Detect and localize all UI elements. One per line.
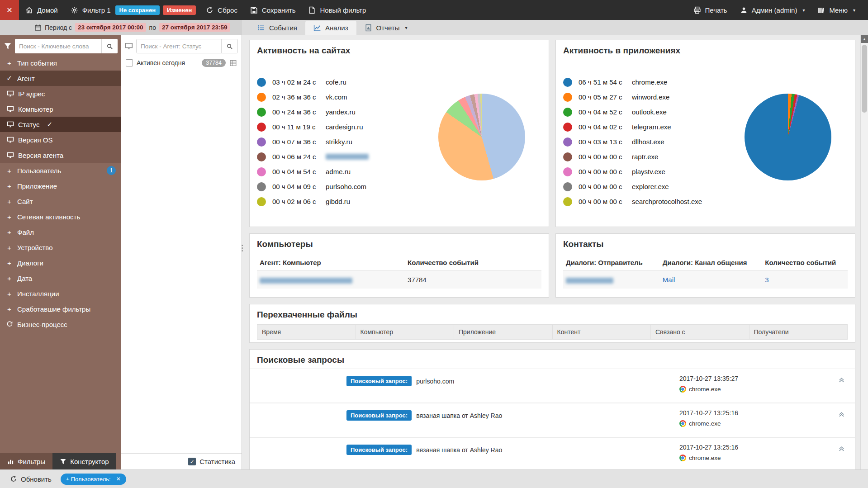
sidebar-item[interactable]: +Инсталляции	[0, 286, 121, 301]
sidebar-item[interactable]: Версия OS	[0, 132, 121, 147]
legend-item[interactable]: 03 ч 02 м 24 сcofe.ru	[257, 75, 541, 90]
tab-analysis[interactable]: Анализ	[305, 21, 356, 35]
sidebar-item[interactable]: +Сработавшие фильтры	[0, 301, 121, 317]
new-filter-button[interactable]: Новый фильтр	[302, 0, 372, 20]
sidebar-item[interactable]: Версия агента	[0, 147, 121, 163]
statistics-label: Статистика	[199, 458, 235, 465]
sidebar-item[interactable]: +Дата	[0, 270, 121, 286]
period-to-chip[interactable]: 27 октября 2017 23:59	[159, 23, 230, 32]
sidebar-item[interactable]: +Диалоги	[0, 255, 121, 270]
redacted-agent-link[interactable]	[260, 278, 352, 284]
expand-icon[interactable]: +	[5, 182, 13, 190]
sidebar-item[interactable]: +Файл	[0, 224, 121, 240]
legend-color-dot	[563, 108, 572, 117]
collapse-icon[interactable]	[838, 445, 845, 452]
tab-label: Анализ	[325, 24, 348, 32]
legend-duration: 00 ч 04 м 02 с	[579, 123, 632, 131]
expand-icon[interactable]: +	[5, 198, 13, 205]
active-today-checkbox[interactable]	[126, 59, 133, 66]
tab-reports[interactable]: Отчеты ▾	[356, 21, 416, 35]
period-from-chip[interactable]: 23 октября 2017 00:00	[75, 23, 146, 32]
save-label: Сохранить	[262, 6, 296, 14]
agent-status-search-input[interactable]	[137, 39, 221, 53]
channel-link[interactable]: Mail	[663, 276, 675, 284]
period-bar[interactable]: Период с 23 октября 2017 00:00 по 27 окт…	[0, 20, 242, 35]
chevron-down-icon: ▾	[853, 8, 855, 13]
expand-icon[interactable]: +	[5, 244, 13, 251]
collapse-icon[interactable]	[838, 376, 845, 383]
legend-color-dot	[257, 137, 266, 147]
home-button[interactable]: Домой	[19, 0, 64, 20]
user-filter-pill[interactable]: ± Пользователь: ✕	[61, 474, 126, 485]
expand-icon[interactable]: +	[5, 167, 13, 175]
events-count-link[interactable]: 3	[765, 276, 768, 284]
close-button[interactable]: ✕	[0, 0, 19, 20]
sidebar-item[interactable]: +Приложение	[0, 178, 121, 194]
sites-activity-card: Активность на сайтах 03 ч 02 м 24 сcofe.…	[249, 40, 549, 227]
search-button[interactable]	[101, 39, 118, 53]
print-label: Печать	[705, 6, 727, 14]
keyword-search-input[interactable]	[15, 39, 101, 53]
legend-item[interactable]: 00 ч 02 м 06 сgibdd.ru	[257, 194, 541, 209]
legend-label: playstv.exe	[632, 168, 665, 175]
sidebar-item[interactable]: +Устройство	[0, 240, 121, 255]
sidebar-item[interactable]: Статус✓	[0, 117, 121, 132]
sidebar-item[interactable]: +Сайт	[0, 194, 121, 209]
sidebar-item-label: Пользователь	[17, 167, 61, 175]
sidebar-item[interactable]: +Сетевая активность	[0, 209, 121, 224]
legend-label: strikky.ru	[326, 138, 352, 146]
sidebar-item[interactable]: Компьютер	[0, 101, 121, 117]
legend-label: explorer.exe	[632, 183, 669, 190]
collapse-icon[interactable]	[838, 411, 845, 417]
close-icon[interactable]: ✕	[116, 476, 121, 482]
expand-icon[interactable]: +	[5, 59, 13, 67]
funnel-icon	[4, 42, 12, 50]
splitter-handle[interactable]	[240, 240, 244, 256]
search-button[interactable]	[221, 39, 237, 53]
expand-icon[interactable]: +	[5, 228, 13, 236]
legend-item[interactable]: 00 ч 04 м 09 сpurlsoho.com	[257, 179, 541, 194]
files-table-header: Время Компьютер Приложение Контент Связа…	[257, 324, 848, 340]
admin-menu[interactable]: Админ (admin) ▾	[734, 0, 811, 20]
statistics-checkbox[interactable]: ✓	[188, 458, 196, 465]
sidebar-tab-filters[interactable]: Фильтры	[0, 453, 52, 469]
reset-label: Сброс	[218, 6, 237, 14]
expand-icon[interactable]: +	[5, 290, 13, 298]
sidebar-item[interactable]: +Пользователь1	[0, 163, 121, 178]
expand-icon[interactable]: +	[5, 213, 13, 221]
sidebar-item[interactable]: IP адрес	[0, 86, 121, 101]
reset-button[interactable]: Сброс	[199, 0, 244, 20]
save-button[interactable]: Сохранить	[244, 0, 302, 20]
filter-label: Фильтр 1	[82, 6, 111, 14]
apps-pie-chart[interactable]	[745, 94, 831, 180]
table-icon[interactable]	[229, 59, 237, 67]
sidebar-tab-constructor[interactable]: Конструктор	[52, 453, 116, 469]
computer-icon	[6, 121, 14, 128]
refresh-button[interactable]: Обновить	[10, 475, 52, 483]
expand-icon[interactable]: +	[5, 305, 13, 313]
legend-item[interactable]: 06 ч 51 м 54 сchrome.exe	[563, 75, 848, 90]
legend-color-dot	[563, 152, 572, 161]
legend-item[interactable]: 00 ч 00 м 00 сsearchprotocolhost.exe	[563, 194, 848, 209]
legend-duration: 03 ч 02 м 24 с	[272, 78, 326, 86]
redacted-sender-link[interactable]	[566, 278, 613, 284]
tab-events[interactable]: События	[249, 21, 305, 35]
expand-icon[interactable]: +	[5, 259, 13, 267]
sites-pie-chart[interactable]	[438, 94, 525, 180]
column-header: Диалоги: Отправитель	[563, 255, 660, 271]
filter-button[interactable]: Фильтр 1	[64, 0, 117, 20]
legend-label: searchprotocolhost.exe	[632, 198, 702, 205]
sidebar-item[interactable]: Бизнес-процесс	[0, 317, 121, 332]
menu-button[interactable]: Меню ▾	[811, 0, 862, 20]
period-middle: по	[149, 24, 156, 31]
active-today-row: Активен сегодня 37784	[126, 59, 237, 67]
scrollbar-thumb[interactable]	[862, 45, 867, 113]
apps-activity-card: Активность в приложениях 06 ч 51 м 54 сc…	[555, 40, 855, 227]
scroll-up-button[interactable]: ▲	[861, 35, 868, 43]
query-app-name: chrome.exe	[689, 455, 721, 461]
sidebar-item[interactable]: ✓Агент	[0, 71, 121, 86]
legend-item[interactable]: 00 ч 00 м 00 сexplorer.exe	[563, 179, 848, 194]
expand-icon[interactable]: +	[5, 275, 13, 282]
sidebar-item[interactable]: +Тип события	[0, 55, 121, 71]
print-button[interactable]: Печать	[687, 0, 734, 20]
